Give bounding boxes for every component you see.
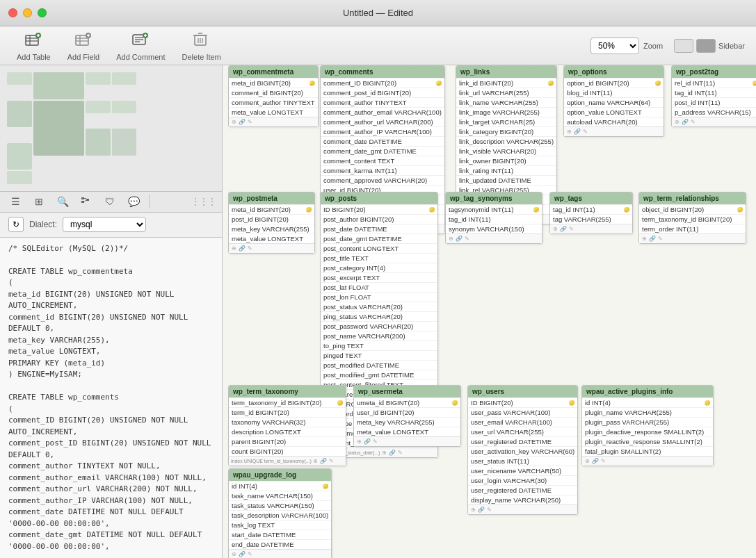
table-row: post_content LONGTEXT (321, 243, 437, 253)
table-wpau-upgrade-log[interactable]: wpau_upgrade_log id INT(4)🔑 task_name VA… (228, 468, 332, 558)
resize-handle[interactable]: ⋮⋮⋮ (191, 197, 216, 206)
table-row: link_visible VARCHAR(20) (456, 146, 556, 156)
delete-item-icon (192, 31, 211, 50)
table-wp-postmeta[interactable]: wp_postmeta meta_id BIGINT(20)🔑 post_id … (228, 192, 315, 254)
dialect-select[interactable]: mysql postgresql sqlite (63, 217, 146, 232)
table-footer: ⊕🔗✎ (582, 456, 713, 466)
table-footer: ⊕🔗✎ (229, 243, 314, 253)
table-row: autoload VARCHAR(20) (564, 117, 663, 126)
table-row: comment_date_gmt DATETIME (321, 146, 444, 156)
table-wpau-active-plugins-info[interactable]: wpau_active_plugins_info id INT(4)🔑 plug… (581, 385, 714, 466)
table-row: fatal_plugin SMALLINT(2) (582, 446, 713, 456)
table-row: term_id BIGINT(20) (229, 407, 346, 417)
table-row: count BIGINT(20) (229, 446, 346, 456)
table-row: tag VARCHAR(255) (550, 214, 632, 224)
table-row: term_taxonomy_id BIGINT(20) (639, 214, 746, 224)
table-row: comment_post_id BIGINT(20) (321, 88, 444, 97)
table-row: ID BIGINT(20)🔑 (468, 397, 577, 407)
table-wp-users[interactable]: wp_users ID BIGINT(20)🔑 user_pass VARCHA… (467, 385, 578, 515)
shield-icon[interactable]: 🛡 (100, 192, 120, 211)
table-row: pinged TEXT (321, 350, 437, 360)
table-row: link_category BIGINT(20) (456, 126, 556, 136)
table-wp-usermeta[interactable]: wp_usermeta umeta_id BIGINT(20)🔑 user_id… (353, 385, 461, 447)
table-row: task_description VARCHAR(100) (229, 510, 331, 520)
table-footer: ⊕🔗✎ (446, 233, 542, 243)
close-button[interactable] (8, 8, 17, 17)
preview-table-11 (112, 129, 137, 156)
diagram-panel[interactable]: wp_commentmeta meta_id BIGINT(20)🔑 comme… (223, 65, 756, 558)
sidebar-toggle-left[interactable] (674, 39, 693, 53)
table-wp-commentmeta[interactable]: wp_commentmeta meta_id BIGINT(20)🔑 comme… (228, 65, 319, 127)
hierarchy-icon[interactable] (77, 192, 96, 211)
table-row: ping_status VARCHAR(20) (321, 311, 437, 321)
svg-rect-27 (81, 197, 84, 199)
add-field-button[interactable]: Add Field (62, 28, 105, 64)
table-row: meta_id BIGINT(20)🔑 (229, 204, 314, 214)
zoom-select[interactable]: 50% 75% 100% (590, 38, 639, 54)
add-comment-icon (131, 31, 150, 50)
zoom-control: 50% 75% 100% Zoom (590, 38, 663, 54)
table-row: post_password VARCHAR(20) (321, 321, 437, 331)
table-row: meta_id BIGINT(20)🔑 (229, 78, 318, 88)
table-row: comment_content TEXT (321, 156, 444, 165)
add-table-button[interactable]: Add Table (11, 28, 56, 64)
table-row: user_pass VARCHAR(100) (468, 407, 577, 417)
table-header-wp-options: wp_options (564, 66, 663, 78)
table-wp-tag-synonyms[interactable]: wp_tag_synonyms tagsynonymid INT(11)🔑 ta… (445, 192, 542, 244)
table-wp-tags[interactable]: wp_tags tag_id INT(11)🔑 tag VARCHAR(255)… (549, 192, 633, 234)
sql-editor: ↻ Dialect: mysql postgresql sqlite /* SQ… (0, 213, 222, 559)
table-row: post_date DATETIME (321, 224, 437, 233)
table-header-wp-post2tag: wp_post2tag (672, 66, 756, 78)
table-wp-post2tag[interactable]: wp_post2tag rel_id INT(11)🔑 tag_id INT(1… (671, 65, 756, 127)
table-footer: index UNIQUE term_id_taxonomy(...) ⊕🔗✎ (229, 456, 346, 466)
svg-line-31 (84, 200, 86, 202)
toolbar-divider (149, 195, 150, 208)
sidebar-toggle-right[interactable] (696, 39, 716, 53)
preview-table-9 (7, 143, 32, 170)
table-view-icon[interactable]: ⊞ (29, 192, 49, 211)
table-header-wp-tags: wp_tags (550, 192, 632, 204)
table-row: comment_karma INT(11) (321, 165, 444, 175)
table-row: task_log TEXT (229, 520, 331, 530)
list-view-icon[interactable]: ☰ (6, 192, 25, 211)
table-wp-term-taxonomy[interactable]: wp_term_taxonomy term_taxonomy_id BIGINT… (228, 385, 346, 466)
svg-rect-28 (81, 201, 84, 203)
table-header-wp-usermeta: wp_usermeta (354, 386, 460, 397)
delete-item-button[interactable]: Delete Item (177, 28, 227, 64)
table-row: post_author BIGINT(20) (321, 214, 437, 224)
sidebar-label: Sidebar (718, 42, 745, 50)
table-row: user_email VARCHAR(100) (468, 417, 577, 427)
table-wp-options[interactable]: wp_options option_id BIGINT(20)🔑 blog_id… (563, 65, 664, 137)
table-row: end_date DATETIME (229, 539, 331, 549)
table-row: plugin_reactive_response SMALLINT(2) (582, 436, 713, 446)
comment-icon[interactable]: 💬 (124, 192, 143, 211)
table-row: post_category INT(4) (321, 263, 437, 272)
table-row: link_description VARCHAR(255) (456, 136, 556, 146)
preview-table-2 (33, 72, 84, 99)
table-footer: ⊕🔗✎ (468, 504, 577, 514)
table-row: to_ping TEXT (321, 340, 437, 350)
delete-item-label: Delete Item (182, 53, 221, 61)
sidebar-controls: Sidebar (674, 39, 745, 53)
preview-table-7 (86, 101, 111, 113)
add-comment-button[interactable]: Add Comment (111, 28, 170, 64)
table-row: synonym VARCHAR(150) (446, 224, 542, 233)
table-row: tag_id INT(11) (446, 214, 542, 224)
table-row: comment_date DATETIME (321, 136, 444, 146)
sql-content[interactable]: /* SQLEditor (MySQL (2))*/ CREATE TABLE … (0, 238, 222, 559)
table-footer: ⊕🔗✎ (672, 117, 756, 126)
preview-table-8 (112, 101, 137, 113)
table-row: user_activation_key VARCHAR(60) (468, 446, 577, 456)
search-icon[interactable]: 🔍 (53, 192, 72, 211)
table-row: user_url VARCHAR(255) (468, 427, 577, 436)
refresh-button[interactable]: ↻ (8, 217, 24, 232)
toolbar-right: 50% 75% 100% Zoom Sidebar (590, 38, 745, 54)
minimize-button[interactable] (23, 8, 32, 17)
table-row: comment_author_IP VARCHAR(100) (321, 126, 444, 136)
maximize-button[interactable] (38, 8, 47, 17)
table-wp-term-relationships[interactable]: wp_term_relationships object_id BIGINT(2… (638, 192, 746, 244)
table-footer: ⊕🔗✎ (550, 224, 632, 233)
diagram-preview[interactable] (0, 65, 222, 192)
table-header-wpau-upgrade-log: wpau_upgrade_log (229, 469, 331, 481)
table-row: post_lat FLOAT (321, 282, 437, 292)
